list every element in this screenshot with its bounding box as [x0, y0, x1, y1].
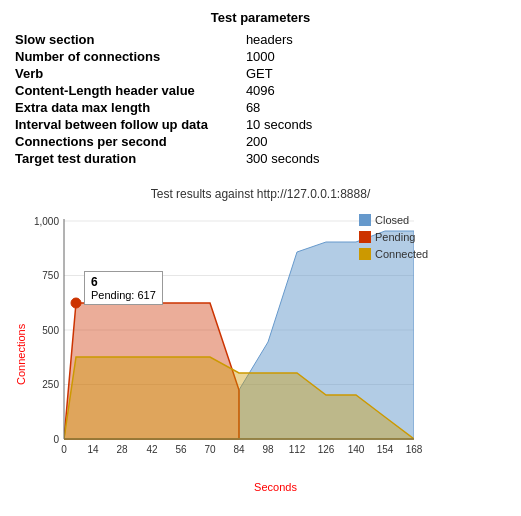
closed-legend-label: Closed [375, 214, 409, 226]
svg-text:154: 154 [377, 444, 394, 455]
chart-svg: 0 250 500 750 1,000 [29, 209, 449, 479]
param-value: GET [216, 65, 328, 82]
svg-text:70: 70 [204, 444, 216, 455]
param-label: Number of connections [15, 48, 216, 65]
params-table: Slow sectionheadersNumber of connections… [15, 31, 328, 167]
x-axis-label: Seconds [15, 481, 506, 493]
closed-legend-color [359, 214, 371, 226]
connected-legend-color [359, 248, 371, 260]
param-label: Slow section [15, 31, 216, 48]
svg-text:168: 168 [406, 444, 423, 455]
svg-text:500: 500 [42, 325, 59, 336]
param-value: 4096 [216, 82, 328, 99]
param-value: headers [216, 31, 328, 48]
param-row: Interval between follow up data10 second… [15, 116, 328, 133]
param-value: 10 seconds [216, 116, 328, 133]
chart-inner: 0 250 500 750 1,000 [29, 209, 506, 479]
svg-text:140: 140 [348, 444, 365, 455]
param-row: Extra data max length68 [15, 99, 328, 116]
param-value: 1000 [216, 48, 328, 65]
param-label: Extra data max length [15, 99, 216, 116]
svg-text:250: 250 [42, 379, 59, 390]
param-value: 68 [216, 99, 328, 116]
param-label: Target test duration [15, 150, 216, 167]
svg-text:750: 750 [42, 270, 59, 281]
connected-legend-label: Connected [375, 248, 428, 260]
svg-text:98: 98 [262, 444, 274, 455]
params-section: Test parameters Slow sectionheadersNumbe… [15, 10, 506, 167]
chart-section: Test results against http://127.0.0.1:88… [15, 187, 506, 493]
y-axis-label: Connections [15, 209, 27, 479]
svg-text:28: 28 [116, 444, 128, 455]
param-row: Number of connections1000 [15, 48, 328, 65]
svg-point-29 [71, 298, 81, 308]
pending-legend-color [359, 231, 371, 243]
svg-text:126: 126 [318, 444, 335, 455]
svg-text:14: 14 [87, 444, 99, 455]
param-value: 300 seconds [216, 150, 328, 167]
param-row: Slow sectionheaders [15, 31, 328, 48]
chart-container: Connections 0 250 [15, 209, 506, 479]
params-title: Test parameters [15, 10, 506, 25]
svg-text:42: 42 [146, 444, 158, 455]
param-row: Target test duration300 seconds [15, 150, 328, 167]
svg-text:56: 56 [175, 444, 187, 455]
param-row: Content-Length header value4096 [15, 82, 328, 99]
svg-text:0: 0 [61, 444, 67, 455]
param-label: Verb [15, 65, 216, 82]
pending-legend-label: Pending [375, 231, 415, 243]
svg-text:112: 112 [289, 444, 306, 455]
param-value: 200 [216, 133, 328, 150]
param-row: VerbGET [15, 65, 328, 82]
svg-text:84: 84 [233, 444, 245, 455]
param-label: Content-Length header value [15, 82, 216, 99]
param-row: Connections per second200 [15, 133, 328, 150]
param-label: Connections per second [15, 133, 216, 150]
chart-title: Test results against http://127.0.0.1:88… [15, 187, 506, 201]
svg-text:1,000: 1,000 [34, 216, 59, 227]
svg-text:0: 0 [53, 434, 59, 445]
param-label: Interval between follow up data [15, 116, 216, 133]
